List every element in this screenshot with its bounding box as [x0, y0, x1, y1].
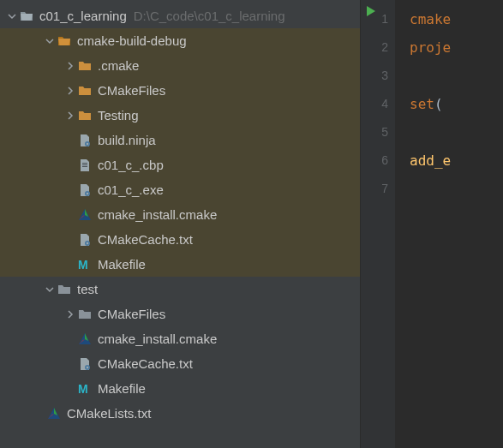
tree-item[interactable]: MMakefile	[0, 252, 360, 277]
svg-rect-4	[82, 166, 87, 167]
chevron-placeholder	[63, 357, 77, 371]
cmake-icon	[77, 332, 93, 347]
text-file-icon	[77, 158, 93, 173]
tree-item-label: .cmake	[98, 58, 139, 73]
gear-file-icon	[77, 133, 93, 148]
tree-item-label: cmake-build-debug	[77, 33, 187, 48]
tree-item[interactable]: MMakefile	[0, 376, 360, 401]
chevron-down-icon[interactable]	[43, 283, 57, 296]
chevron-right-icon[interactable]	[63, 59, 77, 73]
tree-item-label: CMakeLists.txt	[67, 406, 151, 421]
folder-grey-icon	[77, 307, 93, 322]
folder-open-icon	[57, 33, 72, 49]
line-number: 5	[381, 118, 388, 146]
tree-item-label: test	[77, 282, 98, 296]
project-root-row[interactable]: c01_c_learning D:\C_code\c01_c_learning	[0, 3, 360, 28]
code-line: proje	[410, 33, 503, 62]
tree-item[interactable]: CMakeCache.txt	[0, 227, 360, 252]
chevron-down-icon[interactable]	[43, 34, 57, 48]
chevron-placeholder	[63, 158, 77, 172]
makefile-icon: M	[77, 257, 93, 272]
tree-item-label: CMakeCache.txt	[98, 232, 193, 247]
svg-point-11	[87, 366, 88, 367]
svg-text:M: M	[78, 382, 88, 396]
folder-open-icon	[19, 9, 34, 24]
project-root-name: c01_c_learning	[39, 9, 127, 23]
code-line: set(	[410, 90, 503, 118]
chevron-placeholder	[33, 407, 46, 421]
tree-item-label: Testing	[98, 108, 139, 122]
chevron-placeholder	[63, 183, 77, 197]
chevron-placeholder	[63, 134, 77, 147]
gear-file-icon	[77, 232, 93, 248]
tree-item[interactable]: cmake-build-debug	[0, 28, 360, 53]
tree-item[interactable]: c01_c_.cbp	[0, 152, 360, 177]
chevron-down-icon[interactable]	[5, 9, 19, 23]
tree-item-label: CMakeCache.txt	[98, 356, 193, 371]
folder-icon	[77, 108, 93, 123]
chevron-placeholder	[63, 208, 77, 222]
tree-item[interactable]: CMakeCache.txt	[0, 351, 360, 376]
chevron-placeholder	[63, 258, 77, 272]
tree-item[interactable]: CMakeFiles	[0, 302, 360, 326]
gear-file-icon	[77, 182, 93, 198]
line-number: 2	[381, 33, 388, 62]
folder-grey-icon	[57, 282, 72, 297]
code-line: add_e	[410, 146, 503, 175]
line-number: 1	[381, 5, 388, 33]
tree-item-label: CMakeFiles	[98, 83, 165, 98]
tree-item[interactable]: build.ninja	[0, 128, 360, 152]
tree-item[interactable]: cmake_install.cmake	[0, 326, 360, 351]
tree-item-label: Makefile	[98, 381, 146, 396]
line-number: 4	[381, 90, 388, 118]
svg-point-6	[87, 192, 88, 194]
code-line	[410, 118, 503, 146]
tree-item[interactable]: .cmake	[0, 53, 360, 78]
chevron-right-icon[interactable]	[63, 84, 77, 98]
makefile-icon: M	[77, 381, 93, 397]
svg-text:M: M	[78, 258, 88, 272]
line-number: 6	[381, 146, 388, 175]
line-number: 7	[381, 175, 388, 203]
tree-item-label: cmake_install.cmake	[98, 332, 217, 346]
chevron-placeholder	[63, 382, 77, 396]
line-number: 3	[381, 62, 388, 90]
chevron-placeholder	[63, 233, 77, 247]
svg-point-8	[87, 242, 88, 243]
tree-item[interactable]: CMakeFiles	[0, 78, 360, 103]
cmake-icon	[77, 207, 93, 223]
project-tree[interactable]: c01_c_learning D:\C_code\c01_c_learning …	[0, 0, 360, 448]
folder-icon	[77, 83, 93, 99]
tree-item-label: CMakeFiles	[98, 307, 165, 321]
svg-point-1	[87, 142, 88, 144]
project-root-path: D:\C_code\c01_c_learning	[134, 9, 285, 23]
code-line	[410, 175, 503, 203]
tree-item[interactable]: CMakeLists.txt	[0, 401, 360, 426]
tree-item-label: c01_c_.exe	[98, 182, 164, 197]
tree-item-label: Makefile	[98, 257, 146, 272]
tree-item-label: cmake_install.cmake	[98, 207, 217, 222]
code-line	[410, 62, 503, 90]
svg-rect-2	[82, 163, 87, 164]
chevron-placeholder	[63, 332, 77, 346]
tree-item-label: c01_c_.cbp	[98, 158, 164, 172]
gear-file-icon	[77, 356, 93, 372]
chevron-right-icon[interactable]	[63, 308, 77, 321]
tree-item[interactable]: test	[0, 277, 360, 302]
tree-item[interactable]: c01_c_.exe	[0, 177, 360, 202]
folder-icon	[77, 58, 93, 74]
code-line: cmake	[410, 5, 503, 33]
cmake-icon	[46, 406, 62, 421]
run-icon[interactable]	[366, 5, 376, 19]
tree-item[interactable]: cmake_install.cmake	[0, 202, 360, 227]
tree-item-label: build.ninja	[98, 133, 156, 147]
tree-item[interactable]: Testing	[0, 103, 360, 128]
svg-rect-3	[82, 164, 87, 165]
chevron-right-icon[interactable]	[63, 109, 77, 122]
code-editor[interactable]: cmakeprojeset(add_e	[396, 0, 503, 448]
editor-gutter: 1234567	[360, 0, 396, 448]
